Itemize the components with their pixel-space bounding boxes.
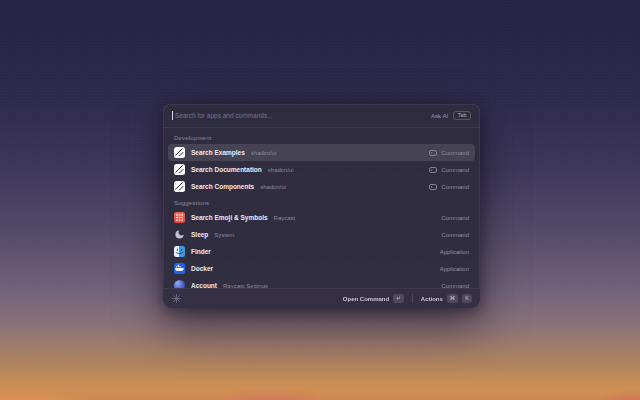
enter-key-badge: ↵	[393, 294, 404, 304]
item-type: Command	[441, 184, 469, 190]
item-title: Finder	[191, 248, 211, 255]
section-header-development: Development	[168, 130, 475, 144]
moon-icon	[174, 229, 185, 240]
actions-button[interactable]: Actions	[421, 296, 443, 302]
open-command-button[interactable]: Open Command	[343, 296, 389, 302]
item-type: Command	[441, 150, 469, 156]
item-type: Application	[440, 249, 469, 255]
command-bar-icon	[429, 150, 437, 156]
footer-bar: Open Command ↵ Actions ⌘ K	[163, 288, 480, 308]
command-bar-icon	[429, 167, 437, 173]
item-subtitle: shadcn/ui	[268, 167, 294, 173]
list-item-sleep[interactable]: Sleep System Command	[168, 226, 475, 243]
k-key-badge: K	[462, 294, 472, 304]
section-header-suggestions: Suggestions	[168, 195, 475, 209]
item-title: Search Components	[191, 183, 254, 190]
shadcn-icon	[174, 147, 185, 158]
shadcn-icon	[174, 181, 185, 192]
list-item-search-components[interactable]: Search Components shadcn/ui Command	[168, 178, 475, 195]
item-subtitle: shadcn/ui	[260, 184, 286, 190]
list-item-docker[interactable]: Docker Application	[168, 260, 475, 277]
text-caret	[172, 111, 173, 120]
docker-whale-icon	[174, 263, 185, 274]
list-item-search-documentation[interactable]: Search Documentation shadcn/ui Command	[168, 161, 475, 178]
footer-divider	[412, 294, 413, 303]
item-subtitle: System	[214, 232, 234, 238]
command-bar-icon	[429, 184, 437, 190]
results-list: Development Search Examples shadcn/ui Co…	[163, 128, 480, 308]
item-subtitle: Raycast	[274, 215, 296, 221]
search-input[interactable]	[175, 112, 431, 119]
item-type: Application	[440, 266, 469, 272]
item-type: Command	[441, 167, 469, 173]
finder-icon	[174, 246, 185, 257]
ask-ai-label[interactable]: Ask AI	[431, 113, 448, 119]
list-item-finder[interactable]: Finder Application	[168, 243, 475, 260]
item-title: Search Emoji & Symbols	[191, 214, 268, 221]
item-title: Docker	[191, 265, 213, 272]
item-title: Search Examples	[191, 149, 245, 156]
list-item-search-emoji-symbols[interactable]: Search Emoji & Symbols Raycast Command	[168, 209, 475, 226]
search-bar: Ask AI Tab	[163, 104, 480, 128]
cmd-key-badge: ⌘	[447, 294, 459, 304]
tab-key-badge: Tab	[453, 111, 471, 121]
item-type: Command	[441, 232, 469, 238]
item-subtitle: shadcn/ui	[251, 150, 277, 156]
list-item-search-examples[interactable]: Search Examples shadcn/ui Command	[168, 144, 475, 161]
item-title: Search Documentation	[191, 166, 262, 173]
item-title: Sleep	[191, 231, 208, 238]
raycast-logo-icon	[171, 293, 182, 304]
item-type: Command	[441, 215, 469, 221]
raycast-launcher-window: Ask AI Tab Development Search Examples s…	[163, 104, 480, 308]
emoji-grid-icon	[174, 212, 185, 223]
shadcn-icon	[174, 164, 185, 175]
